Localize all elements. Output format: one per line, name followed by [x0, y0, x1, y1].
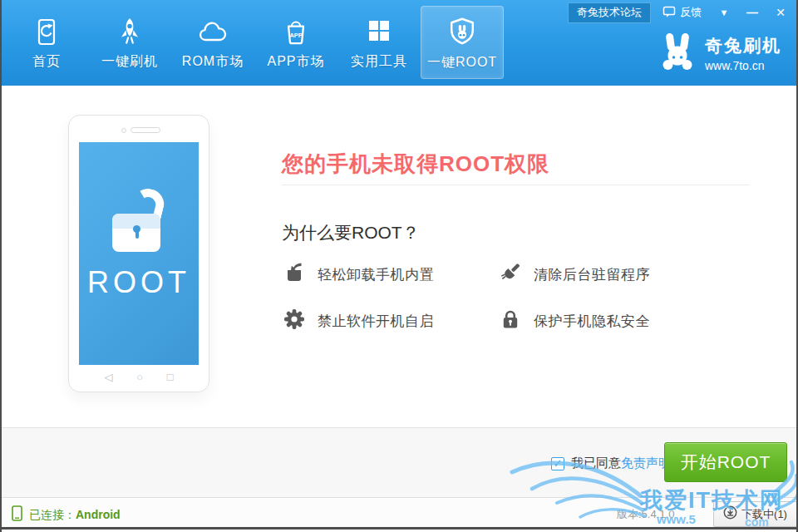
nav-item-flash[interactable]: 一键刷机 — [88, 6, 171, 79]
start-root-button[interactable]: 开始ROOT — [664, 442, 787, 482]
connection-status: 已连接：Android — [12, 505, 121, 525]
phone-home-icon: ○ — [136, 371, 143, 383]
action-bar: ✓ 我已同意 免责声明 开始ROOT — [2, 427, 796, 498]
nav-label: APP市场 — [267, 53, 324, 71]
agree-label: 我已同意 — [571, 456, 621, 471]
download-icon — [723, 505, 737, 523]
root-shield-rabbit-icon — [446, 17, 479, 50]
nav-item-tools[interactable]: 实用工具 — [337, 6, 421, 79]
nav-label: 实用工具 — [351, 53, 407, 71]
phone-screen: ROOT — [79, 142, 199, 365]
connection-text: 已连接：Android — [29, 508, 121, 523]
open-padlock-icon — [109, 189, 169, 254]
nav-label: 一键刷机 — [101, 53, 158, 71]
nav-item-home[interactable]: 首页 — [5, 6, 88, 79]
brand-logo: 奇兔刷机 www.7to.cn — [658, 32, 781, 75]
feature-privacy: 保护手机隐私安全 — [499, 308, 715, 333]
why-root-heading: 为什么要ROOT？ — [282, 221, 420, 244]
nav-label: ROM市场 — [182, 53, 244, 71]
cloud-icon — [196, 16, 229, 49]
checkmark-icon: ✓ — [554, 458, 563, 469]
close-button[interactable]: ✕ — [770, 6, 791, 19]
download-label: 下载中(1) — [741, 507, 787, 522]
gear-icon — [283, 308, 306, 334]
agree-row: ✓ 我已同意 免责声明 — [551, 456, 671, 471]
phone-camera-dot — [121, 128, 126, 133]
phone-recent-icon: □ — [167, 371, 174, 383]
minimize-button[interactable]: — — [741, 6, 763, 19]
brush-icon — [499, 261, 522, 288]
feature-uninstall: 轻松卸载手机内置 — [283, 262, 499, 287]
main-nav: 首页 一键刷机 — [5, 0, 504, 86]
page-title: 您的手机未取得ROOT权限 — [282, 150, 549, 179]
feedback-label: 反馈 — [680, 5, 702, 20]
uninstall-icon — [283, 261, 306, 288]
window-topbar: 奇兔技术论坛 反馈 ▼ — ✕ — [568, 2, 791, 22]
app-bag-text: APP — [289, 32, 302, 39]
phone-illustration: ROOT ◁ ○ □ — [68, 115, 209, 392]
agree-checkbox[interactable]: ✓ — [551, 457, 564, 470]
home-refresh-icon — [30, 16, 63, 49]
status-bar: 已连接：Android 版本:5.4.1.0 下载中(1) — [2, 499, 796, 530]
main-content: ROOT ◁ ○ □ 您的手机未取得ROOT权限 为什么要ROOT？ 轻松卸载手… — [2, 86, 796, 427]
nav-label: 一键ROOT — [427, 54, 497, 71]
feature-label: 保护手机隐私安全 — [534, 312, 650, 331]
brand-site: www.7to.cn — [705, 59, 781, 72]
feedback-button[interactable]: 反馈 — [658, 5, 707, 21]
feature-clean: 清除后台驻留程序 — [499, 262, 715, 287]
download-button[interactable]: 下载中(1) — [713, 501, 797, 527]
app-window: 首页 一键刷机 — [0, 0, 798, 532]
app-bag-icon: APP — [279, 16, 313, 49]
rocket-icon — [113, 16, 146, 49]
feature-list: 轻松卸载手机内置 清除后台驻留程序 — [283, 262, 750, 333]
rabbit-logo-icon — [658, 32, 697, 75]
phone-nav-buttons: ◁ ○ □ — [69, 371, 209, 383]
nav-item-app-market[interactable]: APP APP市场 — [254, 6, 337, 79]
version-text: 版本:5.4.1.0 — [617, 507, 674, 522]
phone-screen-root-text: ROOT — [87, 265, 190, 300]
header: 首页 一键刷机 — [2, 0, 796, 86]
nav-label: 首页 — [32, 53, 61, 71]
connected-phone-icon — [12, 505, 22, 525]
phone-back-icon: ◁ — [104, 371, 112, 383]
brand-name: 奇兔刷机 — [705, 34, 781, 57]
window-bottom-border — [2, 527, 796, 530]
title-divider — [282, 185, 750, 185]
lock-icon — [499, 308, 522, 334]
nav-item-one-key-root[interactable]: 一键ROOT — [421, 6, 504, 79]
feature-label: 轻松卸载手机内置 — [318, 265, 434, 284]
nav-item-rom-market[interactable]: ROM市场 — [171, 6, 254, 79]
dropdown-caret-button[interactable]: ▼ — [713, 7, 735, 17]
phone-speaker-bar — [131, 127, 160, 133]
forum-button[interactable]: 奇兔技术论坛 — [568, 2, 651, 23]
feature-autostart: 禁止软件开机自启 — [283, 308, 499, 333]
feature-label: 禁止软件开机自启 — [318, 312, 434, 331]
feature-label: 清除后台驻留程序 — [534, 265, 650, 284]
speech-bubble-icon — [663, 5, 676, 21]
disclaimer-link[interactable]: 免责声明 — [621, 456, 671, 471]
tools-grid-icon — [362, 16, 396, 49]
